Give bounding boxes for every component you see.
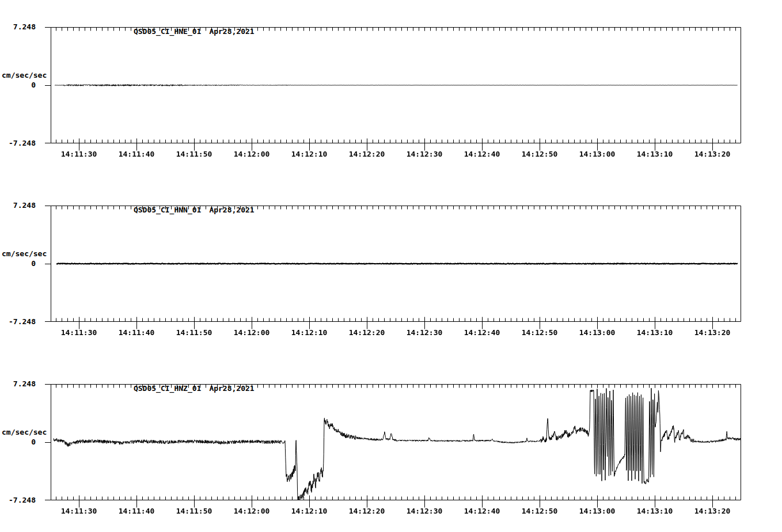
x-axis-tick-label: 14:11:40 <box>116 329 157 337</box>
x-axis-tick-label: 14:13:00 <box>577 329 617 337</box>
y-axis-min-label: -7.248 <box>0 496 36 504</box>
x-axis-tick-label: 14:12:20 <box>347 507 387 515</box>
y-axis-min-label: -7.248 <box>0 318 36 325</box>
x-axis-tick-label: 14:12:30 <box>404 329 445 337</box>
waveform-plot-canvas <box>43 26 742 152</box>
x-axis-tick-label: 14:13:00 <box>577 507 617 515</box>
y-axis-zero-label: 0 <box>0 81 36 89</box>
x-axis-tick-label: 14:11:30 <box>59 507 99 515</box>
x-axis-tick-label: 14:12:00 <box>231 329 272 337</box>
x-axis-tick-label: 14:11:50 <box>174 150 214 158</box>
x-axis-tick-label: 14:12:20 <box>347 329 387 337</box>
x-axis-tick-label: 14:12:50 <box>519 507 560 515</box>
waveform-plot-canvas <box>43 383 742 509</box>
y-axis-units-label: cm/sec/sec <box>2 71 47 79</box>
y-axis-min-label: -7.248 <box>0 139 36 147</box>
y-axis-max-label: 7.248 <box>0 23 36 31</box>
seismogram-panel-hnz: QSD05_CI_HNZ_01Apr28,2021 7.248 cm/sec/s… <box>0 377 782 532</box>
x-axis-tick-label: 14:12:40 <box>462 150 502 158</box>
x-axis-labels: 14:11:3014:11:4014:11:5014:12:0014:12:10… <box>0 507 782 516</box>
y-axis-units-label: cm/sec/sec <box>2 250 47 257</box>
x-axis-tick-label: 14:13:20 <box>692 507 732 515</box>
seismogram-panel-hne: QSD05_CI_HNE_01Apr28,2021 7.248 cm/sec/s… <box>0 20 782 198</box>
x-axis-tick-label: 14:12:20 <box>347 150 387 158</box>
y-axis-max-label: 7.248 <box>0 380 36 387</box>
x-axis-tick-label: 14:11:50 <box>174 329 214 337</box>
x-axis-tick-label: 14:11:30 <box>59 150 99 158</box>
x-axis-tick-label: 14:12:50 <box>519 329 560 337</box>
x-axis-tick-label: 14:13:20 <box>692 329 732 337</box>
x-axis-tick-label: 14:13:10 <box>635 507 675 515</box>
x-axis-tick-label: 14:13:10 <box>635 150 675 158</box>
x-axis-tick-label: 14:12:10 <box>289 507 329 515</box>
x-axis-tick-label: 14:12:40 <box>462 507 502 515</box>
x-axis-tick-label: 14:13:10 <box>635 329 675 337</box>
x-axis-tick-label: 14:12:50 <box>519 150 560 158</box>
seismogram-panel-hnn: QSD05_CI_HNN_01Apr28,2021 7.248 cm/sec/s… <box>0 198 782 377</box>
x-axis-tick-label: 14:12:10 <box>289 150 329 158</box>
seismogram-page: { "page": { "background": "#ffffff", "in… <box>0 0 782 532</box>
y-axis-max-label: 7.248 <box>0 202 36 209</box>
x-axis-tick-label: 14:11:50 <box>174 507 214 515</box>
x-axis-tick-label: 14:13:20 <box>692 150 732 158</box>
x-axis-tick-label: 14:12:10 <box>289 329 329 337</box>
x-axis-tick-label: 14:12:00 <box>231 150 272 158</box>
x-axis-tick-label: 14:11:40 <box>116 507 157 515</box>
x-axis-tick-label: 14:12:40 <box>462 329 502 337</box>
x-axis-tick-label: 14:11:40 <box>116 150 157 158</box>
x-axis-tick-label: 14:11:30 <box>59 329 99 337</box>
x-axis-tick-label: 14:12:00 <box>231 507 272 515</box>
y-axis-units-label: cm/sec/sec <box>2 428 47 436</box>
x-axis-tick-label: 14:12:30 <box>404 507 445 515</box>
y-axis-zero-label: 0 <box>0 438 36 446</box>
waveform-plot-canvas <box>43 205 742 330</box>
x-axis-labels: 14:11:3014:11:4014:11:5014:12:0014:12:10… <box>0 150 782 159</box>
y-axis-zero-label: 0 <box>0 260 36 267</box>
x-axis-tick-label: 14:12:30 <box>404 150 445 158</box>
x-axis-tick-label: 14:13:00 <box>577 150 617 158</box>
x-axis-labels: 14:11:3014:11:4014:11:5014:12:0014:12:10… <box>0 329 782 338</box>
